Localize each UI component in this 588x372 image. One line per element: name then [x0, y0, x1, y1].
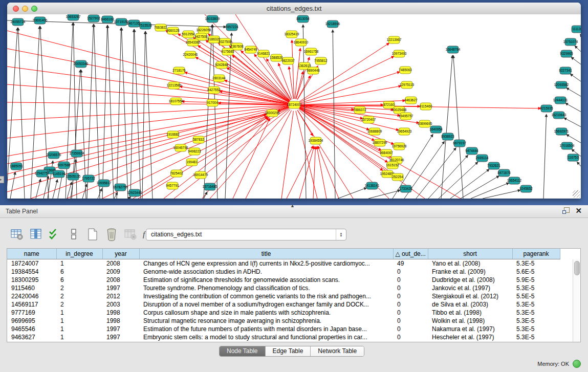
graph-edge[interactable]	[7, 31, 288, 103]
graph-edge[interactable]	[287, 146, 313, 199]
graph-edge[interactable]	[73, 23, 77, 199]
graph-node-teal[interactable]: 12093582	[554, 81, 569, 89]
graph-node-teal[interactable]: 10653287	[66, 14, 81, 20]
graph-edge[interactable]	[94, 24, 100, 199]
graph-node-yellow[interactable]: 9115460	[420, 103, 432, 110]
split-divider-arrow-icon[interactable]: ▲	[290, 203, 295, 208]
graph-edge[interactable]	[299, 146, 314, 199]
graph-node-teal[interactable]: 15751074	[563, 38, 578, 46]
graph-node-teal[interactable]: 20206576	[47, 151, 61, 159]
table-row[interactable]: 977716911998Corpus callosum shape and si…	[7, 309, 567, 317]
graph-edge[interactable]	[543, 114, 547, 199]
graph-node-teal[interactable]: 16782759	[113, 184, 128, 191]
graph-node-teal[interactable]: 13505135	[66, 173, 81, 180]
graph-node-teal[interactable]: 7515526	[139, 22, 152, 29]
graph-node-teal[interactable]: 1145194	[53, 170, 66, 178]
graph-edge[interactable]	[212, 25, 217, 199]
graph-node-yellow[interactable]: 2803144	[212, 75, 226, 82]
graph-node-yellow[interactable]: 18325419	[285, 31, 299, 38]
graph-edge[interactable]	[368, 190, 400, 199]
graph-node-yellow[interactable]: 8454749	[244, 46, 257, 53]
graph-edge[interactable]	[225, 33, 232, 199]
graph-node-yellow[interactable]: 872160	[383, 101, 395, 108]
graph-node-yellow[interactable]: 16046798	[173, 144, 188, 151]
graph-node-teal[interactable]: 9245652	[519, 185, 533, 192]
graph-node-yellow[interactable]: 12213967	[387, 36, 402, 43]
delete-column-icon-disabled[interactable]	[123, 227, 138, 242]
graph-edge[interactable]	[107, 25, 114, 199]
graph-edge[interactable]	[134, 29, 141, 199]
graph-edge[interactable]	[281, 111, 293, 199]
table-row[interactable]: 1456911722003Disruption of a novel membe…	[7, 300, 567, 309]
graph-node-teal[interactable]: 9215935	[540, 105, 553, 112]
graph-node-yellow[interactable]: 10688809	[367, 128, 382, 135]
graph-node-yellow[interactable]: 19756928	[392, 143, 407, 150]
left-panel-collapse-handle[interactable]: ▸	[0, 176, 4, 183]
graph-node-yellow[interactable]: 8427552	[207, 86, 221, 94]
graph-node-teal[interactable]: 12942757	[35, 170, 50, 177]
table-vertical-scrollbar[interactable]	[573, 259, 580, 342]
graph-node-teal[interactable]: 16033809	[205, 15, 220, 23]
graph-edge[interactable]	[128, 196, 130, 199]
graph-node-yellow[interactable]: 12975115	[400, 81, 415, 89]
table-row[interactable]: 969969511998Structural magnetic resonanc…	[7, 317, 567, 325]
graph-node-yellow[interactable]: 9890448	[307, 67, 320, 74]
column-header-out_degree[interactable]: △ out_de...	[393, 249, 428, 259]
graph-node-yellow[interactable]: 917004	[207, 99, 218, 106]
graph-edge[interactable]	[246, 111, 291, 199]
graph-node-yellow[interactable]: 5912954	[182, 31, 195, 38]
graph-edge[interactable]	[441, 55, 452, 199]
graph-node-teal[interactable]: 2935114	[476, 155, 489, 162]
graph-node-teal[interactable]: 6679197	[453, 140, 466, 147]
graph-node-yellow[interactable]: 18226058	[197, 27, 211, 34]
graph-node-yellow[interactable]: 22420046	[183, 51, 198, 58]
graph-edge[interactable]	[227, 68, 289, 102]
column-header-year[interactable]: year	[102, 249, 139, 259]
table-row[interactable]: 946554611997Estimation of the future num…	[7, 325, 567, 333]
graph-node-yellow[interactable]: 9327508	[219, 38, 232, 46]
graph-edge[interactable]	[439, 162, 478, 199]
graph-edge[interactable]	[567, 88, 581, 99]
graph-node-yellow[interactable]: 7955812	[314, 57, 328, 64]
graph-node-yellow[interactable]: 18107554	[169, 98, 184, 105]
graph-node-yellow[interactable]: 9457791	[166, 182, 179, 189]
table-row[interactable]: 911546021997Tourette syndrome. Phenomeno…	[7, 284, 567, 292]
graph-node-teal[interactable]: 14136141	[365, 182, 380, 189]
graph-edge[interactable]	[296, 72, 303, 99]
graph-edge[interactable]	[7, 49, 288, 104]
graph-node-yellow[interactable]: 18300295	[265, 110, 280, 117]
graph-edge[interactable]	[318, 146, 339, 199]
graph-node-teal[interactable]: 9097588	[57, 162, 71, 169]
graph-node-teal[interactable]: 9474444	[465, 147, 478, 155]
graph-node-teal[interactable]: 8471676	[497, 169, 511, 177]
graph-node-teal[interactable]: 16210643	[552, 112, 567, 119]
graph-node-yellow[interactable]: 1615152	[386, 162, 399, 169]
graph-node-teal[interactable]: 1795722	[82, 175, 95, 182]
graph-node-teal[interactable]: 111130	[572, 26, 581, 33]
table-row[interactable]: 2242004622012Investigating the contribut…	[7, 292, 567, 300]
float-panel-icon[interactable]	[562, 207, 569, 214]
graph-node-teal[interactable]: 19218596	[325, 20, 340, 28]
graph-edge[interactable]	[82, 184, 87, 199]
network-canvas[interactable]: 1872400776638229660128591295418226058942…	[7, 14, 581, 199]
graph-edge[interactable]	[10, 172, 15, 199]
graph-node-teal[interactable]: 9227341	[559, 67, 572, 74]
graph-node-teal[interactable]: 9329965	[560, 50, 573, 57]
tab-node-table[interactable]: Node Table	[220, 346, 266, 356]
graph-edge[interactable]	[577, 162, 581, 172]
graph-node-teal[interactable]: 17016504	[560, 142, 575, 149]
graph-node-yellow[interactable]: 2718176	[172, 67, 186, 74]
graph-node-yellow[interactable]: 12213589	[167, 82, 182, 89]
graph-edge[interactable]	[53, 180, 57, 199]
graph-node-yellow[interactable]: 587832	[193, 136, 204, 143]
graph-node-teal[interactable]: 1527902	[87, 15, 100, 22]
graph-edge[interactable]	[471, 183, 509, 199]
column-header-short[interactable]: short	[428, 249, 512, 259]
graph-node-yellow[interactable]: 16543382	[186, 39, 201, 46]
graph-node-yellow[interactable]: 9146821	[257, 50, 270, 57]
table-row[interactable]: 1938455462009Genome-wide association stu…	[7, 268, 567, 276]
table-select-dropdown[interactable]: citations_edges.txt ▲▼	[146, 229, 346, 240]
graph-edge[interactable]	[142, 31, 145, 199]
window-resize-grip[interactable]	[573, 190, 580, 198]
graph-node-yellow[interactable]: 9463627	[404, 97, 418, 104]
